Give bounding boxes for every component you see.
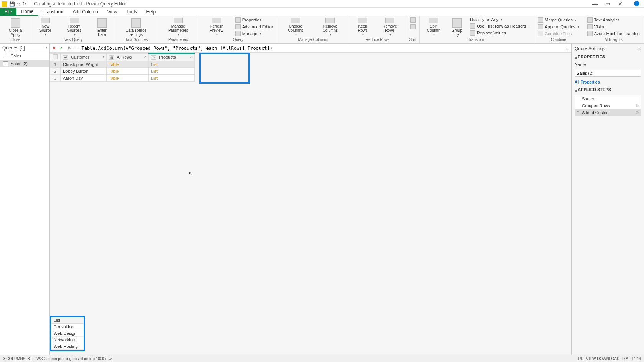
list-item[interactable]: Consulting <box>51 324 84 330</box>
expand-icon[interactable]: ⤢ <box>144 55 147 59</box>
maximize-icon[interactable]: ▭ <box>605 1 610 7</box>
all-properties-link[interactable]: All Properties <box>575 80 641 84</box>
cell-products[interactable]: List <box>149 68 195 75</box>
group-ai-label: AI Insights <box>586 38 641 43</box>
applied-steps-list: Source Grouped Rows ⚙ ✕ Added Custom ⚙ <box>575 95 641 116</box>
gear-icon[interactable]: ⚙ <box>636 110 639 115</box>
tab-transform[interactable]: Transform <box>38 8 68 16</box>
group-managecols-label: Manage Columns <box>279 38 347 43</box>
column-header-allrows[interactable]: ⊞ AllRows ⤢ <box>107 54 149 61</box>
refresh-preview-button[interactable]: Refresh Preview <box>202 17 232 38</box>
table-icon <box>3 54 8 58</box>
group-reducerows-label: Reduce Rows <box>352 38 403 43</box>
advanced-editor-button[interactable]: Advanced Editor <box>234 24 275 30</box>
manage-parameters-button[interactable]: Manage Parameters <box>159 17 197 38</box>
split-column-button[interactable]: Split Column <box>422 17 445 38</box>
data-type-button[interactable]: Data Type: Any <box>468 17 531 22</box>
tab-tools[interactable]: Tools <box>122 8 141 16</box>
query-item-sales[interactable]: Sales <box>0 52 49 60</box>
query-item-sales2[interactable]: Sales (2) <box>0 60 49 67</box>
redo-icon[interactable]: ↻ <box>22 1 26 7</box>
formula-cancel-icon[interactable]: ✕ <box>52 46 56 51</box>
collapse-queries-icon[interactable]: ‹ <box>46 45 47 51</box>
replace-values-button[interactable]: Replace Values <box>468 30 531 36</box>
gear-icon[interactable]: ⚙ <box>636 103 639 108</box>
formula-dropdown-icon[interactable]: ⌄ <box>565 46 569 51</box>
row-number: 1 <box>50 61 61 68</box>
cell-products[interactable]: List <box>149 75 195 82</box>
cell-products[interactable]: List <box>149 61 195 68</box>
ribbon-tabs: File Home Transform Add Column View Tool… <box>0 8 644 16</box>
close-apply-button[interactable]: Close & Apply <box>2 17 29 38</box>
vision-button[interactable]: Vision <box>586 24 641 30</box>
tab-view[interactable]: View <box>103 8 122 16</box>
properties-section-label: PROPERTIES <box>575 54 641 59</box>
list-item[interactable]: Networking <box>51 337 84 343</box>
step-added-custom[interactable]: ✕ Added Custom ⚙ <box>575 109 641 116</box>
properties-button[interactable]: Properties <box>234 17 275 23</box>
merge-queries-button[interactable]: Merge Queries <box>536 17 581 23</box>
group-query-label: Query <box>202 38 274 43</box>
append-queries-button[interactable]: Append Queries <box>536 24 581 30</box>
choose-columns-button[interactable]: Choose Columns <box>279 17 311 38</box>
step-source[interactable]: Source <box>575 95 641 102</box>
remove-rows-button[interactable]: Remove Rows <box>376 17 404 38</box>
close-settings-icon[interactable]: ✕ <box>637 46 641 51</box>
column-header-products[interactable]: ᴬ¹ Products ⤢ <box>149 54 195 61</box>
query-settings-title: Query Settings <box>575 46 605 51</box>
applied-steps-label: APPLIED STEPS <box>575 87 641 92</box>
sort-asc-button[interactable] <box>409 17 417 23</box>
first-row-headers-button[interactable]: Use First Row as Headers <box>468 23 531 29</box>
text-analytics-button[interactable]: Text Analytics <box>586 17 641 23</box>
tab-add-column[interactable]: Add Column <box>68 8 103 16</box>
formula-commit-icon[interactable]: ✓ <box>59 46 63 51</box>
fx-icon[interactable]: fx <box>66 45 73 51</box>
list-item[interactable]: Web Design <box>51 330 84 337</box>
close-window-icon[interactable]: ✕ <box>618 1 623 7</box>
combine-files-button: Combine Files <box>536 31 581 37</box>
list-item[interactable]: Web Hosting <box>51 343 84 350</box>
cell-allrows[interactable]: Table <box>107 68 149 75</box>
data-source-settings-button[interactable]: Data source settings <box>117 17 154 38</box>
table-row[interactable]: 2 Bobby Burton Table List <box>50 68 195 75</box>
delete-step-icon[interactable]: ✕ <box>577 110 580 115</box>
highlight-products-column <box>199 53 250 84</box>
table-icon <box>53 54 58 59</box>
tab-help[interactable]: Help <box>141 8 160 16</box>
group-by-button[interactable]: Group By <box>448 17 466 38</box>
sort-desc-icon <box>410 24 416 29</box>
recent-sources-button[interactable]: Recent Sources <box>59 17 89 38</box>
column-header-customer[interactable]: Aᴮ Customer ▾ <box>61 54 107 61</box>
step-grouped-rows[interactable]: Grouped Rows ⚙ <box>575 102 641 109</box>
sort-desc-button[interactable] <box>409 24 417 30</box>
ribbon: Close & Apply Close New Source Recent So… <box>0 16 644 44</box>
corner-cell[interactable] <box>50 54 61 61</box>
tab-home[interactable]: Home <box>16 8 38 16</box>
formula-input[interactable] <box>76 46 562 51</box>
data-grid: Aᴮ Customer ▾ ⊞ AllRows ⤢ ᴬ¹ Products <box>50 53 195 82</box>
cell-allrows[interactable]: Table <box>107 61 149 68</box>
expand-icon[interactable]: ⤢ <box>190 55 193 59</box>
undo-icon[interactable]: ⎌ <box>17 1 20 7</box>
manage-button[interactable]: Manage <box>234 31 275 37</box>
table-row[interactable]: 3 Aaron Day Table List <box>50 75 195 82</box>
save-icon[interactable]: 💾 <box>9 1 15 7</box>
tab-file[interactable]: File <box>0 8 16 16</box>
cell-allrows[interactable]: Table <box>107 75 149 82</box>
azure-ml-button[interactable]: Azure Machine Learning <box>586 31 641 37</box>
minimize-icon[interactable]: — <box>592 1 598 7</box>
keep-rows-button[interactable]: Keep Rows <box>352 17 374 38</box>
cell-customer[interactable]: Christopher Wright <box>61 61 107 68</box>
query-settings-pane: Query Settings ✕ PROPERTIES Name All Pro… <box>571 44 644 355</box>
new-source-button[interactable]: New Source <box>34 17 57 38</box>
remove-columns-button[interactable]: Remove Columns <box>314 17 347 38</box>
enter-data-button[interactable]: Enter Data <box>92 17 113 38</box>
filter-icon[interactable]: ▾ <box>103 55 105 59</box>
status-right: PREVIEW DOWNLOADED AT 14:43 <box>578 357 641 361</box>
cell-customer[interactable]: Aaron Day <box>61 75 107 82</box>
table-row[interactable]: 1 Christopher Wright Table List <box>50 61 195 68</box>
cell-customer[interactable]: Bobby Burton <box>61 68 107 75</box>
query-name-input[interactable] <box>575 70 641 77</box>
help-icon[interactable] <box>634 1 639 6</box>
status-left: 3 COLUMNS, 3 ROWS Column profiling based… <box>3 357 113 361</box>
